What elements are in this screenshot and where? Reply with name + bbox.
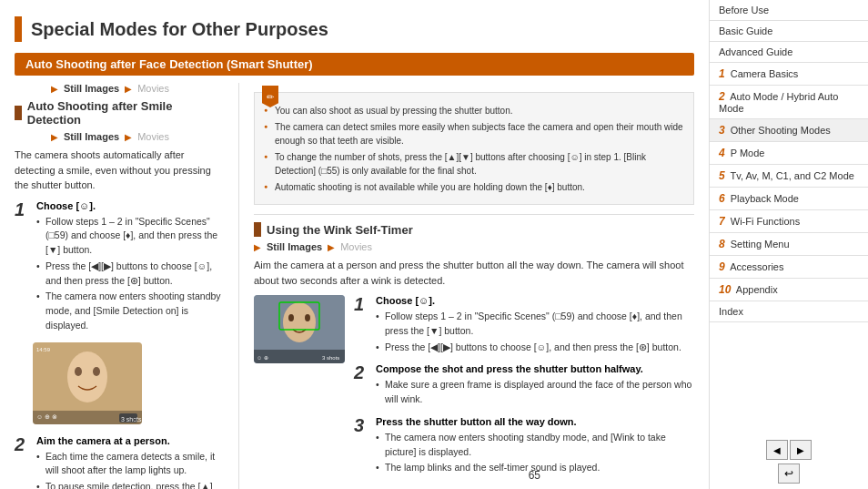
sidebar-num-5: 5 [719,169,725,182]
svg-text:☺ ⊕ ⊗: ☺ ⊕ ⊗ [36,413,57,420]
main-content: Special Modes for Other Purposes Auto Sh… [0,0,709,489]
sidebar-item-accessories[interactable]: 9 Accessories [710,256,868,279]
sidebar-item-basic-guide[interactable]: Basic Guide [710,21,868,42]
svg-point-21 [305,314,310,321]
info-bullet-4: Automatic shooting is not available whil… [264,180,684,194]
sidebar-item-wifi[interactable]: 7 Wi-Fi Functions [710,210,868,233]
wink-step-1-content: Choose [☺]. Follow steps 1 – 2 in "Speci… [376,295,694,356]
sidebar-item-other-shooting[interactable]: 3 Other Shooting Modes [710,119,868,142]
wink-step-1-bullets: Follow steps 1 – 2 in "Specific Scenes" … [376,310,694,354]
step-1-bullet-3: The camera now enters shooting standby m… [36,290,224,332]
wink-title: Using the Wink Self-Timer [267,223,413,237]
nav-refresh-button[interactable]: ↩ [778,464,800,484]
wink-step-3-bullet-1: The camera now enters shooting standby m… [376,431,694,460]
wink-step-1-num: 1 [354,295,368,356]
sidebar-label-auto-mode: Auto Mode / Hybrid Auto Mode [719,91,838,114]
info-bullets: You can also shoot as usual by pressing … [264,100,684,194]
sidebar-label-camera-basics: Camera Basics [731,68,799,79]
svg-point-2 [75,367,82,376]
wink-step-1-bullet-2: Press the [◀][▶] buttons to choose [☺], … [376,341,694,355]
sidebar-label-wifi: Wi-Fi Functions [731,216,800,227]
brown-bar-icon [15,106,22,120]
sidebar-item-playback[interactable]: 6 Playback Mode [710,188,868,210]
wink-arrow-movies: ▶ [328,242,335,252]
step-1-num: 1 [15,200,29,335]
svg-text:14:59: 14:59 [36,347,51,352]
wink-arrow-still: ▶ [254,242,261,252]
step-2: 2 Aim the camera at a person. Each time … [15,435,224,490]
sidebar-item-p-mode[interactable]: 4 P Mode [710,142,868,165]
page-title: Special Modes for Other Purposes [31,19,328,40]
nav-prev-button[interactable]: ◀ [766,440,788,460]
sidebar-item-before-use[interactable]: Before Use [710,0,868,21]
wink-step-3-content: Press the shutter button all the way dow… [376,416,694,477]
info-box: ✏ You can also shoot as usual by pressin… [254,92,694,205]
sidebar-num-9: 9 [719,260,725,273]
sidebar-item-appendix[interactable]: 10 Appendix [710,279,868,301]
sidebar-item-tv-av[interactable]: 5 Tv, Av, M, C1, and C2 Mode [710,165,868,188]
still-label-sub: Still Images [64,131,119,142]
sidebar-label-accessories: Accessories [730,261,783,272]
sidebar-label-appendix: Appendix [736,284,778,295]
step-2-bullets: Each time the camera detects a smile, it… [36,450,224,490]
info-bullet-2: The camera can detect smiles more easily… [264,120,684,148]
step-2-bullet-2: To pause smile detection, press the [▲] … [36,480,224,489]
sidebar-bottom: ◀ ▶ ↩ [710,434,868,489]
sidebar-label-basic-guide: Basic Guide [719,25,772,36]
sidebar-num-1: 1 [719,67,725,80]
sidebar-num-7: 7 [719,215,725,228]
wink-camera-image: 3 shots ☺ ⊕ [254,295,345,363]
two-col-layout: ▶ Still Images ▶ Movies Auto Shooting af… [15,83,694,489]
still-label-main: Still Images [64,83,119,94]
wink-step-1-bullet-1: Follow steps 1 – 2 in "Specific Scenes" … [376,310,694,339]
svg-point-1 [67,351,107,402]
sidebar-num-2: 2 [719,90,725,103]
section-header-orange: Auto Shooting after Face Detection (Smar… [15,53,694,76]
sidebar-item-setting-menu[interactable]: 8 Setting Menu [710,233,868,256]
sidebar-label-setting-menu: Setting Menu [731,239,790,250]
sidebar: Before Use Basic Guide Advanced Guide 1 … [709,0,868,489]
sidebar-item-auto-mode[interactable]: 2 Auto Mode / Hybrid Auto Mode [710,86,868,119]
nav-next-button[interactable]: ▶ [790,440,812,460]
wink-step-3: 3 Press the shutter button all the way d… [354,416,694,477]
divider [254,214,694,215]
wink-step-2-content: Compose the shot and press the shutter b… [376,363,694,409]
info-bullet-1: You can also shoot as usual by pressing … [264,104,684,117]
sidebar-num-10: 10 [719,283,731,296]
wink-step-3-title: Press the shutter button all the way dow… [376,416,694,427]
step-1-title: Choose [☺]. [36,200,224,211]
movies-label-main: Movies [137,83,169,94]
page-number: 65 [529,469,540,482]
sidebar-label-tv-av: Tv, Av, M, C1, and C2 Mode [731,170,854,181]
arrow-movies-icon: ▶ [125,84,132,94]
sidebar-item-index[interactable]: Index [710,301,868,322]
wink-movies-label: Movies [340,241,372,252]
svg-point-20 [288,314,294,321]
sidebar-label-p-mode: P Mode [731,148,765,158]
still-movies-row-wink: ▶ Still Images ▶ Movies [254,241,694,252]
step-1-content: Choose [☺]. Follow steps 1 – 2 in "Speci… [36,200,224,335]
sidebar-label-other-shooting: Other Shooting Modes [731,125,831,136]
sidebar-item-camera-basics[interactable]: 1 Camera Basics [710,63,868,86]
sidebar-num-3: 3 [719,124,725,137]
svg-text:3 shots: 3 shots [322,355,339,361]
left-column: ▶ Still Images ▶ Movies Auto Shooting af… [15,83,224,489]
step-1-bullets: Follow steps 1 – 2 in "Specific Scenes" … [36,215,224,333]
sidebar-num-8: 8 [719,238,725,250]
title-bar-decoration [15,16,22,42]
sidebar-num-6: 6 [719,192,725,205]
wink-step-2: 2 Compose the shot and press the shutter… [354,363,694,409]
step-1-bullet-1: Follow steps 1 – 2 in "Specific Scenes" … [36,215,224,258]
step-1: 1 Choose [☺]. Follow steps 1 – 2 in "Spe… [15,200,224,335]
sidebar-item-advanced-guide[interactable]: Advanced Guide [710,42,868,63]
wink-step-2-num: 2 [354,363,368,409]
wink-step-2-title: Compose the shot and press the shutter b… [376,363,694,374]
step-2-num: 2 [15,435,29,490]
sidebar-label-index: Index [719,306,743,317]
svg-point-19 [283,302,316,342]
sidebar-label-playback: Playback Mode [731,193,799,204]
sidebar-label-before-use: Before Use [719,5,769,15]
svg-text:☺ ⊕: ☺ ⊕ [257,355,268,361]
movies-label-sub: Movies [137,131,169,142]
step-1-bullet-2: Press the [◀][▶] buttons to choose [☺], … [36,260,224,289]
